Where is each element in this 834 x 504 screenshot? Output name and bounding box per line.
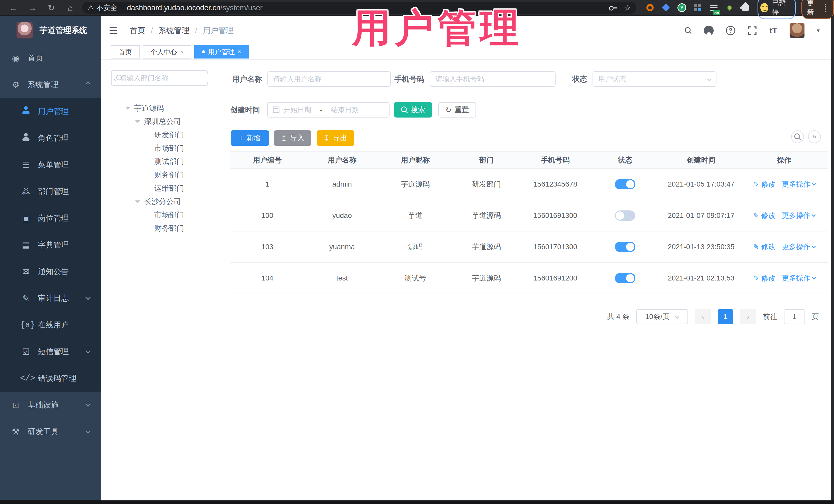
breadcrumb-system[interactable]: 系统管理 (159, 25, 190, 36)
status-toggle[interactable] (615, 179, 635, 190)
extension-ring-icon[interactable] (646, 3, 654, 12)
url-text[interactable]: dashboard.yudao.iocoder.cn/system/user (127, 4, 263, 12)
tree-node[interactable]: 测试部门 (111, 155, 214, 168)
sidebar-item-dict-mgmt[interactable]: ▤ 字典管理 (0, 232, 101, 258)
username-label: 用户名称 (232, 71, 262, 87)
tab-home[interactable]: 首页 (111, 45, 139, 59)
search-button[interactable]: 搜索 (394, 102, 432, 117)
close-icon[interactable]: × (180, 48, 183, 55)
browser-menu-kebab-icon[interactable]: ⋮⋮ (822, 5, 829, 10)
sidebar-item-role-mgmt[interactable]: 角色管理 (0, 125, 101, 151)
tab-profile[interactable]: 个人中心 × (143, 45, 191, 59)
extension-list-icon[interactable]: on (709, 3, 718, 12)
sidebar-item-audit-log[interactable]: ✎ 审计日志 (0, 285, 101, 311)
add-button[interactable]: + 新增 (231, 130, 269, 146)
browser-home-icon[interactable]: ⌂ (65, 3, 76, 13)
sidebar-item-post-mgmt[interactable]: ▣ 岗位管理 (0, 205, 101, 232)
sidebar-item-user-mgmt[interactable]: 用户管理 (0, 98, 101, 125)
username-input[interactable] (273, 75, 385, 83)
next-page-button[interactable]: › (740, 309, 756, 324)
tree-node[interactable]: 市场部门 (111, 209, 214, 222)
export-button[interactable]: ↧ 导出 (317, 130, 354, 146)
sidebar-item-dept-mgmt[interactable]: ⁂ 部门管理 (0, 178, 101, 205)
more-actions-link[interactable]: 更多操作 (782, 242, 815, 252)
dept-search-input[interactable] (120, 74, 211, 82)
user-icon (20, 106, 32, 116)
sidebar-item-infrastructure[interactable]: ⊡ 基础设施 (0, 392, 101, 418)
date-range-picker[interactable]: 开始日期 - 结束日期 (267, 102, 390, 117)
sidebar-item-errcode-mgmt[interactable]: </> 错误码管理 (0, 365, 101, 392)
browser-profile-button[interactable]: 已暂停 (758, 0, 796, 19)
status-toggle[interactable] (615, 242, 635, 252)
user-avatar[interactable] (790, 23, 805, 38)
tree-caret-icon[interactable] (126, 107, 130, 110)
bookmark-star-icon[interactable]: ☆ (624, 3, 631, 12)
edit-link[interactable]: ✎修改 (753, 211, 775, 220)
edit-link[interactable]: ✎修改 (753, 179, 775, 189)
edit-link[interactable]: ✎修改 (753, 273, 775, 283)
search-icon[interactable] (685, 27, 692, 34)
password-key-icon[interactable] (609, 6, 617, 10)
more-actions-link[interactable]: 更多操作 (782, 211, 815, 220)
tree-node[interactable]: 财务部门 (111, 222, 214, 235)
edit-link[interactable]: ✎修改 (753, 242, 775, 252)
help-icon[interactable]: ? (726, 26, 735, 35)
extensions-puzzle-icon[interactable] (741, 3, 750, 12)
avatar-caret-icon[interactable]: ▾ (817, 27, 820, 34)
tab-user-mgmt[interactable]: 用户管理 × (194, 45, 249, 59)
table-row: 103 yuanma 源码 芋道源码 15601701300 2021-01-1… (230, 232, 828, 263)
browser-reload-icon[interactable]: ↻ (46, 3, 57, 13)
tree-caret-icon[interactable] (135, 200, 140, 203)
tree-node[interactable]: 深圳总公司 (111, 115, 214, 128)
reset-button[interactable]: ↻ 重置 (438, 102, 476, 117)
extension-y-icon[interactable]: Y (678, 3, 686, 12)
status-select[interactable]: 用户状态 (593, 71, 717, 87)
extension-grid-icon[interactable] (694, 3, 702, 12)
window-scrollbar-track[interactable] (831, 16, 834, 504)
more-actions-link[interactable]: 更多操作 (782, 273, 815, 283)
extension-gem-icon[interactable] (662, 3, 670, 12)
github-icon[interactable] (704, 26, 714, 36)
import-button[interactable]: ↥ 导入 (274, 130, 311, 146)
sidebar-item-dev-tools[interactable]: ⚒ 研发工具 (0, 418, 101, 445)
prev-page-button[interactable]: ‹ (695, 309, 711, 324)
sidebar-item-online-users[interactable]: {a} 在线用户 (0, 311, 101, 338)
breadcrumb-home[interactable]: 首页 (130, 25, 145, 36)
browser-forward-icon[interactable]: → (27, 3, 38, 13)
tree-caret-icon[interactable] (135, 120, 140, 123)
tree-node[interactable]: 芋道源码 (111, 102, 214, 115)
tree-node[interactable]: 运维部门 (111, 182, 214, 195)
status-toggle[interactable] (615, 211, 635, 221)
sidebar-item-sms-mgmt[interactable]: ☑ 短信管理 (0, 338, 101, 365)
show-search-toggle-button[interactable] (791, 130, 804, 143)
extension-pin-icon[interactable] (725, 3, 734, 12)
browser-update-button[interactable]: 更新 ⋮⋮ (802, 0, 834, 19)
chevron-down-icon (812, 244, 816, 248)
fullscreen-icon[interactable] (748, 26, 757, 36)
more-actions-link[interactable]: 更多操作 (782, 179, 815, 189)
page-number-current[interactable]: 1 (718, 309, 733, 324)
tree-node[interactable]: 市场部门 (111, 141, 214, 155)
status-toggle[interactable] (615, 273, 635, 283)
not-secure-label: 不安全 (96, 3, 117, 12)
font-size-icon[interactable]: tT (770, 26, 777, 36)
tree-node[interactable]: 长沙分公司 (111, 195, 214, 209)
close-icon[interactable]: × (238, 48, 241, 55)
chevron-down-icon (812, 275, 816, 280)
tree-node[interactable]: 研发部门 (111, 128, 214, 141)
sidebar-item-home[interactable]: ◉ 首页 (0, 45, 101, 71)
online-users-icon: {a} (20, 320, 32, 330)
page-size-select[interactable]: 10条/页 (636, 309, 688, 324)
sidebar-item-system[interactable]: ⚙ 系统管理 (0, 71, 101, 98)
refresh-icon: ↻ (445, 106, 452, 114)
collapse-sidebar-icon[interactable]: ☰ (109, 25, 118, 37)
sidebar-item-menu-mgmt[interactable]: ☰ 菜单管理 (0, 151, 101, 178)
refresh-list-button[interactable]: ↻ (808, 130, 821, 143)
tree-node[interactable]: 财务部门 (111, 168, 214, 182)
cell-nickname: 测试号 (379, 273, 452, 283)
sidebar-submenu-system: 用户管理 角色管理 ☰ 菜单管理 ⁂ 部门管理 ▣ 岗位管理 (0, 98, 101, 392)
sidebar-item-notice[interactable]: ✉ 通知公告 (0, 258, 101, 285)
browser-back-icon[interactable]: ← (8, 3, 19, 13)
mobile-input[interactable] (436, 75, 550, 83)
goto-page-input[interactable] (784, 309, 805, 324)
